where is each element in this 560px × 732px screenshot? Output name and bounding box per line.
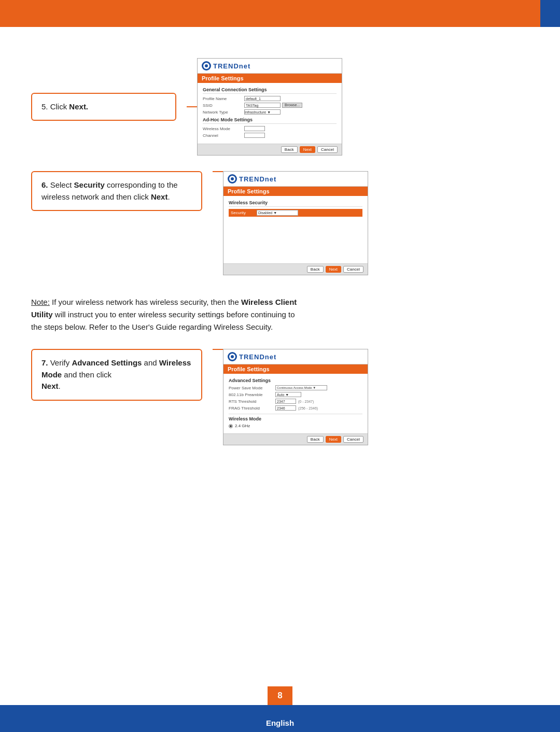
step7-bold3: Next <box>41 382 59 390</box>
browse-button[interactable]: Browse... <box>282 103 302 108</box>
cancel-button-2[interactable]: Cancel <box>343 266 363 273</box>
top-bar-accent <box>540 0 560 27</box>
wireless-mode-title: Wireless Mode <box>229 416 362 421</box>
top-bar <box>0 0 560 27</box>
step5-number: 5. <box>41 102 48 111</box>
next-button-2[interactable]: Next <box>326 266 341 273</box>
step6-section: 6. Select Security corresponding to the … <box>31 171 529 275</box>
trendnet-brand-2: TRENDnet <box>239 175 276 183</box>
step7-section: 7. Verify Advanced Settings and Wireless… <box>31 349 529 445</box>
network-type-select[interactable]: Infrastructure ▼ <box>244 109 281 115</box>
trendnet-window-3: TRENDnet Profile Settings Advanced Setti… <box>223 349 368 445</box>
frag-row: FRAG Threshold 2346 (256 - 2346) <box>229 405 362 411</box>
arrow-line-3 <box>213 349 223 350</box>
step5-callout: 5. Click Next. <box>31 93 176 121</box>
step7-number: 7. <box>41 358 48 367</box>
general-connection-title: General Connection Settings <box>203 87 337 94</box>
trendnet-logo-3: TRENDnet <box>228 352 276 361</box>
trendnet-brand-3: TRENDnet <box>239 353 276 361</box>
step7-text3: and then click <box>62 370 111 379</box>
wireless-mode-section: Wireless Mode 2.4 GHz <box>229 414 362 428</box>
step7-bold1: Advanced Settings <box>72 358 142 367</box>
preamble-select[interactable]: Auto ▼ <box>275 392 301 397</box>
back-button-1[interactable]: Back <box>281 146 298 153</box>
note-text-2: will instruct you to enter wireless secu… <box>53 310 295 319</box>
trendnet-window-1: TRENDnet Profile Settings General Connec… <box>197 58 342 156</box>
trendnet-logo-1: TRENDnet <box>202 61 250 71</box>
step5-section: 5. Click Next. TRENDnet Profile Settings… <box>31 58 529 156</box>
main-content: 5. Click Next. TRENDnet Profile Settings… <box>0 27 560 497</box>
cancel-button-1[interactable]: Cancel <box>317 146 338 153</box>
wireless-mode-24ghz: 2.4 GHz <box>229 424 362 428</box>
trendnet-logo-icon-2 <box>228 174 237 184</box>
profile-settings-header-1: Profile Settings <box>198 74 342 83</box>
step6-number: 6. <box>41 180 48 189</box>
security-dropdown[interactable]: Disabled ▼ <box>257 210 298 216</box>
trendnet-titlebar-1: TRENDnet <box>198 59 342 74</box>
step7-text2: and <box>142 358 159 367</box>
step5-text: Click <box>50 102 69 111</box>
ssid-row: SSID TASTag Browse... <box>203 103 337 108</box>
page-number: 8 <box>277 691 282 701</box>
channel-row: Channel <box>203 133 337 138</box>
frag-input[interactable]: 2346 <box>275 405 296 411</box>
profile-settings-header-3: Profile Settings <box>223 364 368 374</box>
step6-text: Select <box>50 180 74 189</box>
form-area-1: General Connection Settings Profile Name… <box>198 83 342 144</box>
trendnet-window-2: TRENDnet Profile Settings Wireless Secur… <box>223 171 368 275</box>
window-footer-1: Back Next Cancel <box>198 144 342 155</box>
arrow-line <box>187 106 197 107</box>
step5-bold: Next. <box>69 102 88 111</box>
wireless-mode-row: Wireless Mode <box>203 126 337 131</box>
arrow-line-2 <box>213 171 223 172</box>
window-footer-3: Back Next Cancel <box>223 433 368 445</box>
profile-settings-header-2: Profile Settings <box>223 187 368 196</box>
next-button-3[interactable]: Next <box>326 436 341 443</box>
rts-input[interactable]: 2347 <box>275 399 296 404</box>
back-button-3[interactable]: Back <box>307 436 324 443</box>
step6-callout: 6. Select Security corresponding to the … <box>31 171 202 211</box>
page-number-box: 8 <box>268 686 292 705</box>
step7-callout: 7. Verify Advanced Settings and Wireless… <box>31 349 202 401</box>
trendnet-brand-1: TRENDnet <box>213 62 250 70</box>
note-bold-2: Utility <box>31 310 53 319</box>
step6-bold1: Security <box>74 180 105 189</box>
note-bold-1: Wireless Client <box>241 298 297 306</box>
trendnet-titlebar-3: TRENDnet <box>223 349 368 364</box>
trendnet-titlebar-2: TRENDnet <box>223 172 368 187</box>
power-save-row: Power Save Mode Continuous Access Mode ▼ <box>229 385 362 390</box>
bottom-bar: English <box>0 705 560 732</box>
security-row-label: Security <box>231 210 257 215</box>
note-text-1: If your wireless network has wireless se… <box>52 298 241 306</box>
radio-24ghz[interactable] <box>229 424 233 428</box>
step6-arrow <box>213 171 223 172</box>
network-type-row: Network Type Infrastructure ▼ <box>203 109 337 115</box>
profile-name-input[interactable]: default_1 <box>244 96 281 101</box>
language-label: English <box>266 719 294 727</box>
step7-arrow <box>213 349 223 350</box>
step5-arrow <box>187 106 197 107</box>
form-area-2: Wireless Security Security Disabled ▼ <box>223 196 368 263</box>
adv-form-area: Advanced Settings Power Save Mode Contin… <box>223 374 368 433</box>
back-button-2[interactable]: Back <box>307 266 324 273</box>
note-text-3: the steps below. Refer to the User's Gui… <box>31 322 273 331</box>
adhoc-title: Ad-Hoc Mode Settings <box>203 117 337 124</box>
rts-row: RTS Threshold 2347 (0 - 2347) <box>229 399 362 404</box>
window-footer-2: Back Next Cancel <box>223 263 368 275</box>
cancel-button-3[interactable]: Cancel <box>343 436 363 443</box>
advanced-settings-title: Advanced Settings <box>229 378 362 383</box>
note-section: Note: If your wireless network has wirel… <box>31 296 529 333</box>
trendnet-logo-icon <box>202 61 211 71</box>
preamble-row: 802.11b Preamble Auto ▼ <box>229 392 362 397</box>
ssid-input[interactable]: TASTag <box>244 103 281 108</box>
spacer <box>31 445 529 497</box>
step7-text1: Verify <box>50 358 72 367</box>
security-selected-row: Security Disabled ▼ <box>229 209 362 217</box>
trendnet-logo-2: TRENDnet <box>228 174 276 184</box>
channel-select[interactable] <box>244 133 265 138</box>
wireless-mode-select[interactable] <box>244 126 265 131</box>
profile-name-row: Profile Name default_1 <box>203 96 337 101</box>
wireless-security-title: Wireless Security <box>229 200 362 207</box>
power-save-select[interactable]: Continuous Access Mode ▼ <box>275 385 327 390</box>
next-button-1[interactable]: Next <box>300 146 315 153</box>
